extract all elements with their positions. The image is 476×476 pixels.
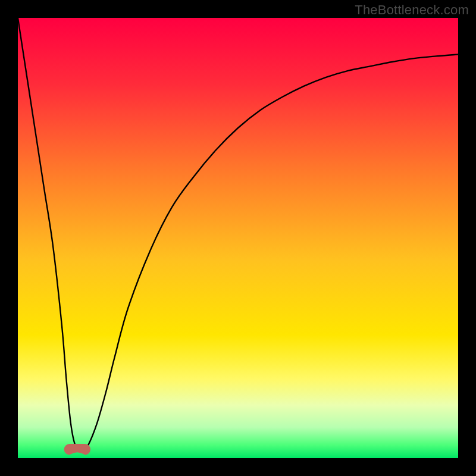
chart-background xyxy=(18,18,458,458)
watermark-text: TheBottleneck.com xyxy=(355,2,469,18)
plot-area xyxy=(18,18,458,458)
chart-frame: TheBottleneck.com xyxy=(0,0,476,476)
chart-svg xyxy=(18,18,458,458)
